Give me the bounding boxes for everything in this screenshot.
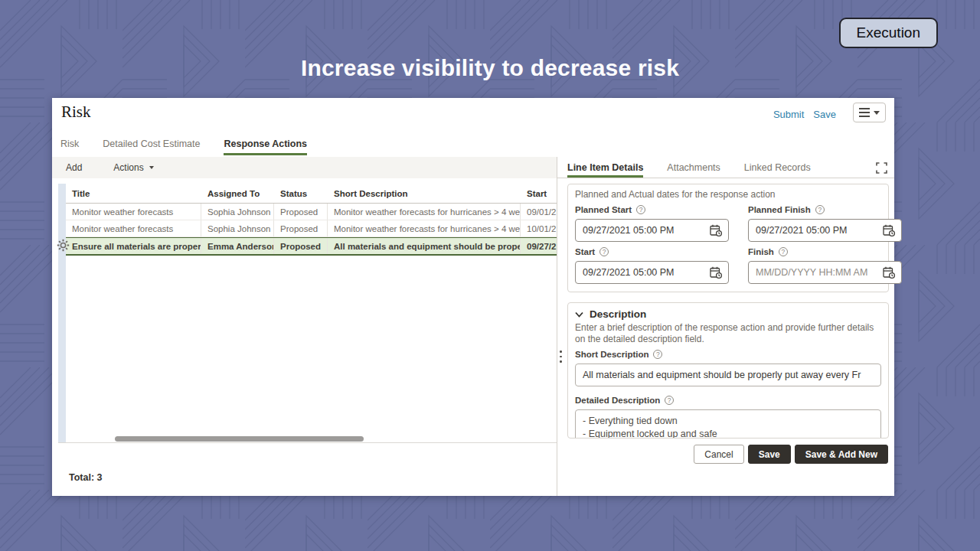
short-description-input[interactable] [575, 364, 881, 386]
main-tabs: Risk Detailed Cost Estimate Response Act… [52, 134, 894, 153]
gear-icon[interactable] [57, 239, 70, 252]
add-button[interactable]: Add [66, 162, 82, 173]
save-button[interactable]: Save [748, 445, 791, 464]
tab-attachments[interactable]: Attachments [667, 157, 720, 178]
total-count: Total: 3 [69, 472, 103, 483]
response-actions-region: Add Actions Title Assigned To Status Sho… [52, 157, 557, 496]
tab-response-actions[interactable]: Response Actions [224, 134, 307, 153]
chevron-down-icon [874, 111, 880, 115]
dates-section: Planned and Actual dates for the respons… [567, 184, 889, 292]
cell-assigned-to: Emma Anderson [201, 238, 274, 254]
panel-splitter-handle[interactable] [560, 350, 562, 363]
cell-title: Monitor weather forecasts [66, 220, 201, 236]
table-row-selected[interactable]: Ensure all materials are proper... Emma … [66, 237, 557, 256]
detailed-description-line: - Everything tied down [583, 415, 874, 428]
table-row[interactable]: Monitor weather forecasts Sophia Johnson… [66, 220, 557, 237]
calendar-clock-icon[interactable] [709, 223, 723, 237]
table-header-row: Title Assigned To Status Short Descripti… [66, 184, 557, 204]
table-bottom-border [58, 442, 557, 443]
chevron-down-icon [149, 166, 154, 169]
window-header: Risk Submit Save [52, 98, 894, 134]
submit-link[interactable]: Submit [773, 109, 804, 120]
planned-start-input[interactable] [583, 225, 706, 236]
page-title: Risk [61, 103, 91, 122]
app-window: Risk Submit Save Risk Detailed Cost Esti… [52, 98, 894, 496]
table-row[interactable]: Monitor weather forecasts Sophia Johnson… [66, 204, 557, 220]
short-description-label: Short Description [575, 350, 648, 359]
column-header-title[interactable]: Title [66, 184, 201, 203]
panel-footer: Cancel Save Save & Add New [694, 445, 888, 464]
save-and-add-new-button[interactable]: Save & Add New [795, 445, 888, 464]
planned-start-label: Planned Start [575, 205, 632, 214]
cell-short-description: All materials and equipment should be pr… [328, 238, 521, 254]
cell-start: 09/01/2 [521, 204, 557, 220]
hamburger-icon [859, 108, 870, 117]
start-input[interactable] [583, 267, 706, 278]
help-icon[interactable]: ? [665, 396, 674, 405]
calendar-clock-icon[interactable] [709, 266, 723, 279]
panel-tabs: Line Item Details Attachments Linked Rec… [557, 157, 894, 178]
cell-assigned-to: Sophia Johnson [201, 220, 274, 236]
column-header-status[interactable]: Status [274, 184, 328, 203]
column-header-assigned-to[interactable]: Assigned To [201, 184, 274, 203]
tab-risk[interactable]: Risk [60, 134, 79, 153]
cell-status: Proposed [274, 220, 328, 236]
tab-linked-records[interactable]: Linked Records [744, 157, 811, 178]
planned-finish-field-block: Planned Finish ? [748, 200, 902, 242]
column-header-start[interactable]: Start [521, 184, 557, 203]
cell-title: Monitor weather forecasts [66, 204, 201, 220]
cell-short-description: Monitor weather forecasts for hurricanes… [328, 220, 521, 236]
header-actions: Submit Save [773, 109, 836, 120]
help-icon[interactable]: ? [779, 247, 788, 256]
help-icon[interactable]: ? [815, 205, 825, 214]
column-header-short-description[interactable]: Short Description [328, 184, 521, 203]
cell-title: Ensure all materials are proper... [66, 238, 201, 254]
chevron-down-icon[interactable] [575, 311, 583, 318]
horizontal-scrollbar[interactable] [115, 436, 364, 442]
description-help-text: Enter a brief description of the respons… [575, 322, 881, 344]
cell-start: 09/27/2 [521, 238, 557, 254]
table-toolbar: Add Actions [52, 157, 557, 178]
planned-start-field-block: Planned Start ? [575, 200, 729, 242]
dates-hint: Planned and Actual dates for the respons… [575, 189, 881, 200]
start-label: Start [575, 247, 595, 256]
cell-short-description: Monitor weather forecasts for hurricanes… [328, 204, 521, 220]
actions-menu-button[interactable]: Actions [113, 162, 153, 173]
planned-finish-input[interactable] [756, 225, 879, 236]
slide-title: Increase visibility to decrease risk [0, 55, 980, 81]
execution-badge: Execution [839, 18, 938, 48]
line-item-details-panel: Line Item Details Attachments Linked Rec… [557, 157, 894, 496]
calendar-clock-icon[interactable] [882, 223, 896, 237]
tab-detailed-cost-estimate[interactable]: Detailed Cost Estimate [103, 134, 200, 153]
start-field-block: Start ? [575, 242, 729, 284]
finish-label: Finish [748, 247, 774, 256]
help-icon[interactable]: ? [636, 205, 645, 214]
response-actions-table: Title Assigned To Status Short Descripti… [66, 184, 557, 256]
description-section-title: Description [590, 308, 646, 320]
row-selection-gutter [58, 184, 66, 442]
cell-start: 10/01/2 [521, 220, 557, 236]
finish-input[interactable] [756, 267, 879, 278]
tab-line-item-details[interactable]: Line Item Details [567, 157, 643, 178]
description-section: Description Enter a brief description of… [567, 302, 889, 439]
help-icon[interactable]: ? [599, 247, 609, 256]
expand-icon[interactable] [876, 162, 887, 174]
cell-status: Proposed [274, 238, 328, 254]
calendar-clock-icon[interactable] [882, 266, 896, 279]
finish-field-block: Finish ? [748, 242, 902, 284]
cell-assigned-to: Sophia Johnson [201, 204, 274, 220]
overflow-menu-button[interactable] [853, 103, 886, 122]
cell-status: Proposed [274, 204, 328, 220]
detailed-description-line: - Equipment locked up and safe [583, 428, 874, 439]
planned-finish-label: Planned Finish [748, 205, 811, 214]
save-link[interactable]: Save [813, 109, 836, 120]
cancel-button[interactable]: Cancel [694, 445, 743, 464]
content-area: Add Actions Title Assigned To Status Sho… [52, 157, 894, 496]
help-icon[interactable]: ? [653, 350, 662, 359]
detailed-description-label: Detailed Description [575, 396, 660, 405]
detailed-description-textarea[interactable]: - Everything tied down - Equipment locke… [575, 409, 881, 439]
